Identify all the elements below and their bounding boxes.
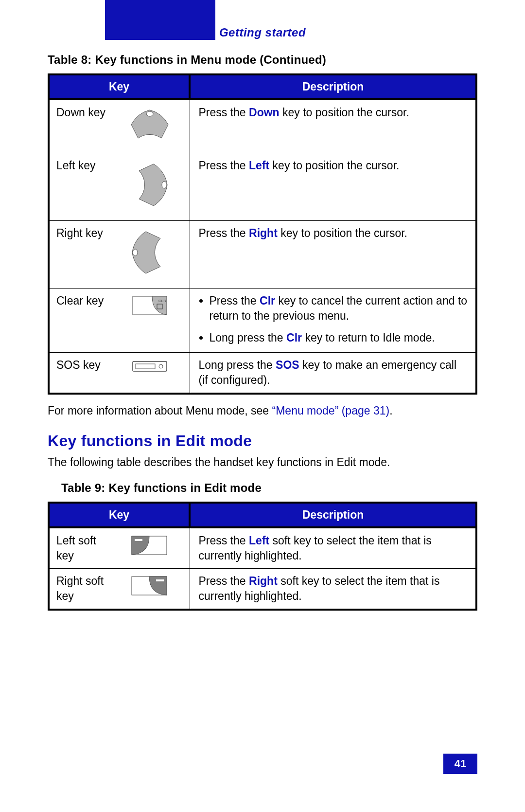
table9: Key Description Left soft key: [48, 502, 477, 611]
key-desc: Press the Right soft key to select the i…: [190, 568, 476, 610]
bullet-item: Press the Clr key to cancel the current …: [210, 293, 468, 324]
clear-key-icon: CLR: [128, 293, 172, 322]
desc-text-post: key to position the cursor.: [278, 227, 407, 239]
svg-rect-9: [135, 539, 142, 541]
svg-rect-11: [156, 579, 164, 581]
key-name: Clear key: [49, 289, 112, 353]
table-row: Right key Press the Right key to positio…: [49, 221, 476, 289]
desc-text-pre: Press the: [199, 159, 249, 172]
desc-highlight: Right: [249, 227, 278, 239]
svg-text:CLR: CLR: [158, 299, 166, 303]
desc-text-post: key to position the cursor.: [269, 159, 399, 172]
right-softkey-icon: [128, 574, 172, 602]
key-name: Left soft key: [49, 527, 112, 569]
table-row: Clear key CLR Press the Clr: [49, 289, 476, 353]
col-key: Key: [49, 74, 190, 99]
key-icon-cell: [112, 99, 190, 153]
desc-text-pre: Press the: [199, 227, 249, 239]
left-key-icon: [125, 158, 174, 216]
svg-point-2: [133, 249, 138, 256]
key-desc: Press the Left key to position the curso…: [190, 153, 476, 221]
section-header: Getting started: [0, 26, 525, 39]
desc-text-pre: Press the: [199, 534, 249, 547]
key-icon-cell: [112, 353, 190, 394]
key-desc: Press the Down key to position the curso…: [190, 99, 476, 153]
edit-intro-paragraph: The following table describes the handse…: [48, 455, 477, 470]
subsection-heading: Key functions in Edit mode: [48, 432, 477, 450]
key-name: Right soft key: [49, 568, 112, 610]
desc-highlight: Down: [249, 106, 280, 119]
desc-highlight: Clr: [260, 294, 275, 307]
col-key: Key: [49, 503, 190, 527]
key-icon-cell: [112, 221, 190, 289]
svg-point-1: [162, 181, 167, 188]
table9-caption: Table 9: Key functions in Edit mode: [61, 481, 477, 495]
para-text-pre: For more information about Menu mode, se…: [48, 404, 272, 417]
sos-key-icon: [128, 358, 172, 379]
desc-text-pre: Long press the: [199, 359, 276, 371]
desc-highlight: Clr: [286, 331, 302, 344]
key-icon-cell: [112, 568, 190, 610]
svg-point-0: [146, 111, 153, 116]
key-name: Down key: [49, 99, 112, 153]
table-header-row: Key Description: [49, 503, 476, 527]
key-desc: Press the Left soft key to select the it…: [190, 527, 476, 569]
page-number-badge: 41: [443, 754, 477, 774]
svg-rect-5: [133, 361, 167, 371]
desc-text-pre: Press the: [210, 294, 260, 307]
desc-text-pre: Press the: [199, 106, 249, 119]
left-softkey-icon: [128, 533, 172, 561]
key-icon-cell: CLR: [112, 289, 190, 353]
table-header-row: Key Description: [49, 74, 476, 99]
desc-text-post: key to position the cursor.: [280, 106, 409, 119]
key-name: SOS key: [49, 353, 112, 394]
key-desc: Long press the SOS key to make an emerge…: [190, 353, 476, 394]
desc-highlight: Right: [249, 575, 278, 587]
bullet-item: Long press the Clr key to return to Idle…: [210, 330, 468, 345]
key-desc: Press the Right key to position the curs…: [190, 221, 476, 289]
desc-highlight: SOS: [276, 359, 299, 371]
table-row: SOS key Long press the SOS key to make a…: [49, 353, 476, 394]
table-row: Down key Press the Down key to position …: [49, 99, 476, 153]
key-icon-cell: [112, 527, 190, 569]
desc-text-post: key to return to Idle mode.: [302, 331, 435, 344]
table8-caption: Table 8: Key functions in Menu mode (Con…: [48, 53, 477, 67]
down-key-icon: [125, 105, 174, 148]
more-info-paragraph: For more information about Menu mode, se…: [48, 403, 477, 418]
para-text-post: .: [389, 404, 392, 417]
page-content: Table 8: Key functions in Menu mode (Con…: [48, 53, 477, 611]
table-row: Left soft key Press the Left soft key to…: [49, 527, 476, 569]
table-row: Right soft key Press the Right soft key …: [49, 568, 476, 610]
desc-text-pre: Long press the: [210, 331, 287, 344]
right-key-icon: [125, 226, 174, 283]
table8: Key Description Down key Press the Dow: [48, 73, 477, 395]
key-desc: Press the Clr key to cancel the current …: [190, 289, 476, 353]
desc-highlight: Left: [249, 534, 269, 547]
key-icon-cell: [112, 153, 190, 221]
key-name: Left key: [49, 153, 112, 221]
key-name: Right key: [49, 221, 112, 289]
table-row: Left key Press the Left key to position …: [49, 153, 476, 221]
desc-highlight: Left: [249, 159, 269, 172]
desc-text-pre: Press the: [199, 575, 249, 587]
col-desc: Description: [190, 74, 476, 99]
cross-ref-link[interactable]: “Menu mode” (page 31): [272, 404, 390, 417]
col-desc: Description: [190, 503, 476, 527]
